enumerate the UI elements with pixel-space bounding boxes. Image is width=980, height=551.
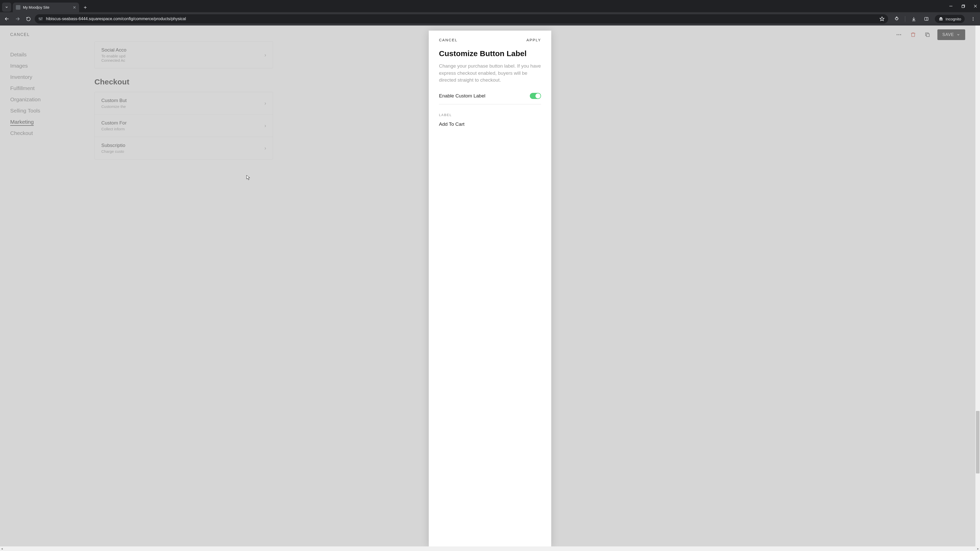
tab-bar: My Moodjoy Site ✕ ＋ — [0, 0, 980, 12]
browser-toolbar: hibiscus-seabass-6444.squarespace.com/co… — [0, 12, 980, 25]
label-input[interactable] — [439, 121, 541, 130]
url-text: hibiscus-seabass-6444.squarespace.com/co… — [46, 17, 186, 21]
modal-description: Change your purchase button label. If yo… — [439, 62, 541, 84]
svg-rect-2 — [962, 5, 964, 8]
modal-title: Customize Button Label — [439, 49, 541, 58]
close-window-icon[interactable] — [973, 3, 978, 9]
modal-cancel-button[interactable]: CANCEL — [439, 38, 458, 42]
minimize-icon[interactable] — [948, 3, 953, 9]
browser-window: My Moodjoy Site ✕ ＋ hibiscus-seabass-644… — [0, 0, 980, 551]
incognito-badge[interactable]: Incognito — [935, 15, 965, 23]
modal-body: Customize Button Label Change your purch… — [429, 47, 551, 132]
sidepanel-icon[interactable] — [922, 14, 931, 23]
svg-point-22 — [973, 17, 974, 18]
svg-point-23 — [973, 19, 974, 19]
svg-point-19 — [939, 19, 941, 21]
field-label: LABEL — [439, 113, 541, 117]
customize-button-label-modal: CANCEL APPLY Customize Button Label Chan… — [429, 30, 551, 546]
svg-point-24 — [973, 20, 974, 21]
reload-button[interactable] — [24, 14, 33, 23]
svg-point-12 — [41, 17, 42, 18]
toolbar-actions: Incognito — [890, 14, 977, 23]
back-button[interactable] — [3, 14, 11, 23]
horizontal-scrollbar[interactable]: ◄ ► — [0, 546, 980, 551]
incognito-label: Incognito — [945, 17, 961, 21]
vertical-scrollbar[interactable] — [975, 25, 980, 546]
browser-tab[interactable]: My Moodjoy Site ✕ — [13, 3, 79, 12]
svg-point-20 — [941, 19, 942, 21]
tab-title: My Moodjoy Site — [23, 5, 49, 10]
site-settings-icon[interactable] — [38, 17, 43, 21]
svg-point-10 — [39, 18, 40, 19]
chrome-menu-icon[interactable] — [969, 14, 977, 23]
downloads-icon[interactable] — [909, 14, 918, 23]
scroll-left-arrow[interactable]: ◄ — [0, 547, 3, 550]
scroll-right-arrow[interactable]: ► — [977, 547, 980, 550]
tab-close-icon[interactable]: ✕ — [73, 5, 76, 10]
svg-marker-13 — [880, 17, 884, 21]
window-controls — [948, 0, 978, 12]
modal-overlay[interactable]: CANCEL APPLY Customize Button Label Chan… — [0, 25, 980, 551]
toggle-label: Enable Custom Label — [439, 93, 485, 99]
toggle-knob — [535, 94, 541, 98]
enable-custom-label-toggle[interactable] — [530, 93, 541, 99]
tab-favicon — [16, 5, 21, 10]
maximize-icon[interactable] — [961, 3, 966, 9]
bookmark-star-icon[interactable] — [880, 16, 885, 21]
new-tab-button[interactable]: ＋ — [81, 3, 89, 11]
tab-search-dropdown[interactable] — [2, 3, 11, 12]
forward-button[interactable] — [13, 14, 22, 23]
toggle-row: Enable Custom Label — [439, 93, 541, 104]
address-bar[interactable]: hibiscus-seabass-6444.squarespace.com/co… — [35, 14, 888, 24]
scrollbar-thumb[interactable] — [976, 411, 980, 473]
modal-header: CANCEL APPLY — [429, 30, 551, 47]
modal-apply-button[interactable]: APPLY — [527, 38, 541, 42]
page-viewport: CANCEL SAVE — [0, 25, 980, 551]
extensions-icon[interactable] — [892, 14, 901, 23]
svg-rect-17 — [924, 17, 928, 21]
svg-point-11 — [40, 19, 41, 20]
